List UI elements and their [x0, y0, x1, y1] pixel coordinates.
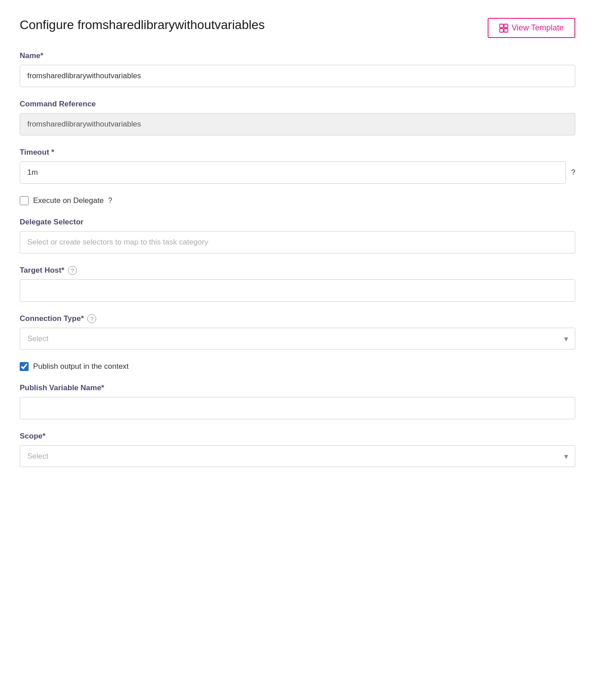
command-reference-section: Command Reference	[20, 100, 575, 135]
template-icon	[499, 24, 508, 33]
connection-type-label: Connection Type* ?	[20, 314, 575, 323]
execute-on-delegate-checkbox[interactable]	[20, 196, 29, 205]
delegate-selector-input[interactable]	[20, 231, 575, 253]
timeout-section: Timeout * ?	[20, 148, 575, 184]
target-host-label: Target Host* ?	[20, 266, 575, 275]
command-reference-label: Command Reference	[20, 100, 575, 109]
name-section: Name*	[20, 51, 575, 87]
scope-wrapper: Select ▾	[20, 445, 575, 467]
connection-type-select[interactable]: Select	[20, 328, 575, 350]
timeout-row: ?	[20, 161, 575, 184]
name-input[interactable]	[20, 65, 575, 87]
connection-type-wrapper: Select ▾	[20, 328, 575, 350]
view-template-button[interactable]: View Template	[488, 18, 575, 38]
svg-rect-3	[504, 29, 508, 32]
publish-variable-name-label: Publish Variable Name*	[20, 384, 575, 392]
view-template-label: View Template	[512, 23, 564, 33]
publish-output-label: Publish output in the context	[33, 362, 129, 371]
timeout-help-icon[interactable]: ?	[571, 169, 575, 177]
target-host-input[interactable]	[20, 279, 575, 302]
execute-on-delegate-row: Execute on Delegate ?	[20, 196, 575, 205]
scope-select[interactable]: Select	[20, 445, 575, 467]
svg-rect-1	[504, 24, 508, 28]
connection-type-section: Connection Type* ? Select ▾	[20, 314, 575, 350]
publish-variable-name-input[interactable]	[20, 397, 575, 419]
svg-rect-2	[500, 29, 503, 32]
delegate-selector-section: Delegate Selector	[20, 218, 575, 253]
scope-section: Scope* Select ▾	[20, 432, 575, 467]
connection-type-help-icon[interactable]: ?	[87, 314, 96, 323]
svg-rect-0	[500, 24, 503, 28]
name-label: Name*	[20, 51, 575, 60]
delegate-selector-label: Delegate Selector	[20, 218, 575, 227]
target-host-section: Target Host* ?	[20, 266, 575, 302]
publish-output-row: Publish output in the context	[20, 362, 575, 371]
timeout-label: Timeout *	[20, 148, 575, 157]
page-title: Configure fromsharedlibrarywithoutvariab…	[20, 18, 265, 32]
execute-on-delegate-label: Execute on Delegate	[33, 196, 104, 205]
publish-variable-name-section: Publish Variable Name*	[20, 384, 575, 419]
target-host-help-icon[interactable]: ?	[68, 266, 77, 275]
page-header: Configure fromsharedlibrarywithoutvariab…	[20, 18, 575, 38]
scope-label: Scope*	[20, 432, 575, 441]
timeout-input[interactable]	[20, 161, 566, 184]
publish-output-checkbox[interactable]	[20, 362, 29, 371]
execute-on-delegate-help-icon[interactable]: ?	[108, 197, 112, 205]
command-reference-input[interactable]	[20, 113, 575, 135]
